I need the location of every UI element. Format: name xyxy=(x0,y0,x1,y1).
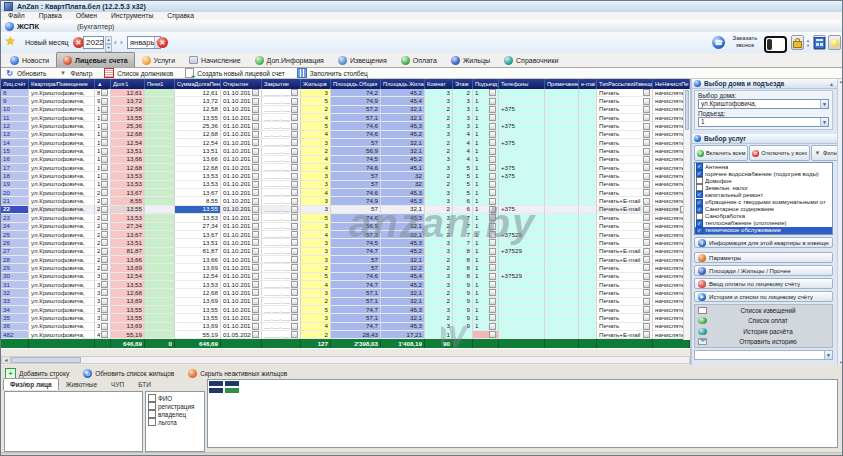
history-filter-select[interactable]: ▼ xyxy=(694,350,833,360)
column-header-open[interactable]: Открытие xyxy=(221,79,262,89)
dropdown-icon[interactable] xyxy=(101,314,108,321)
service-item[interactable]: техническое обслуживание xyxy=(695,227,832,234)
tab-accounts[interactable]: Лицевые счета xyxy=(56,52,134,67)
tab-payment[interactable]: Оплата xyxy=(394,52,444,67)
dropdown-icon[interactable] xyxy=(643,156,650,163)
tips-button[interactable] xyxy=(828,35,841,50)
toolbar-button-create[interactable]: Создать новый лицевой счет xyxy=(185,68,284,78)
link-payments-list[interactable]: Список оплат xyxy=(695,316,832,327)
dropdown-icon[interactable] xyxy=(252,331,259,338)
service-item[interactable]: Санитарное содержание xyxy=(695,206,832,213)
dropdown-icon[interactable] xyxy=(291,139,298,146)
dropdown-icon[interactable] xyxy=(489,323,496,330)
dropdown-icon[interactable] xyxy=(489,239,496,246)
dropdown-icon[interactable] xyxy=(489,173,496,180)
dropdown-icon[interactable] xyxy=(291,123,298,130)
table-row[interactable]: 33ул.Криштофовича,3313,6913,6901.10.2013… xyxy=(1,298,690,306)
tab-news[interactable]: Новости xyxy=(3,52,56,67)
chevron-down-icon[interactable]: ▼ xyxy=(820,118,828,126)
table-row[interactable]: 35ул.Криштофовича,3513,5513,5501.10.2013… xyxy=(1,314,690,322)
residents-refresh-residents-button[interactable]: Обновить список жильцов xyxy=(83,369,174,378)
dropdown-icon[interactable] xyxy=(252,231,259,238)
dropdown-icon[interactable] xyxy=(489,306,496,313)
dropdown-icon[interactable] xyxy=(489,298,496,305)
filter-checkbox-row[interactable]: регистрация xyxy=(148,402,204,410)
dropdown-icon[interactable] xyxy=(291,314,298,321)
panel-button-params[interactable]: Параметры xyxy=(694,252,833,263)
dropdown-icon[interactable] xyxy=(643,114,650,121)
dropdown-icon[interactable] xyxy=(101,273,108,280)
dropdown-icon[interactable] xyxy=(643,306,650,313)
dropdown-icon[interactable] xyxy=(643,256,650,263)
table-row[interactable]: 27ул.Криштофовича,2781,8781,8701.10.2013… xyxy=(1,248,690,256)
column-header-people[interactable]: Жильцов xyxy=(301,79,331,89)
house-section-header[interactable]: Выбор дома и подъезда ▲ xyxy=(692,79,837,89)
dropdown-icon[interactable] xyxy=(489,214,496,221)
tab-refs[interactable]: Справочники xyxy=(497,52,565,67)
dropdown-icon[interactable] xyxy=(101,106,108,113)
cancel-month-icon[interactable]: ✕ xyxy=(157,37,168,48)
lock-button[interactable] xyxy=(791,35,804,50)
dropdown-icon[interactable] xyxy=(101,281,108,288)
dropdown-icon[interactable] xyxy=(489,181,496,188)
services-check-all-button[interactable]: ✓Включить всем xyxy=(694,145,748,161)
table-row[interactable]: 29ул.Криштофовича,2913,6913,6901.10.2013… xyxy=(1,264,690,272)
dropdown-icon[interactable] xyxy=(101,306,108,313)
dropdown-icon[interactable] xyxy=(101,181,108,188)
column-header-email[interactable]: e-mai xyxy=(579,79,597,89)
table-vertical-scrollbar[interactable] xyxy=(683,89,690,340)
dropdown-icon[interactable] xyxy=(643,89,650,96)
dropdown-icon[interactable] xyxy=(252,264,259,271)
dropdown-icon[interactable] xyxy=(643,273,650,280)
service-checkbox[interactable] xyxy=(696,220,703,227)
dropdown-icon[interactable] xyxy=(489,314,496,321)
dropdown-icon[interactable] xyxy=(291,198,298,205)
dropdown-icon[interactable] xyxy=(101,98,108,105)
tab-notices[interactable]: Извещения xyxy=(331,52,394,67)
dropdown-icon[interactable] xyxy=(489,148,496,155)
table-row[interactable]: 28ул.Криштофовича,2813,6613,6601.10.2013… xyxy=(1,256,690,264)
dropdown-icon[interactable] xyxy=(291,298,298,305)
dropdown-icon[interactable] xyxy=(101,198,108,205)
dropdown-icon[interactable] xyxy=(291,239,298,246)
dropdown-icon[interactable] xyxy=(643,206,650,213)
dropdown-icon[interactable] xyxy=(252,223,259,230)
dropdown-icon[interactable] xyxy=(291,281,298,288)
dropdown-icon[interactable] xyxy=(643,248,650,255)
dropdown-icon[interactable] xyxy=(252,181,259,188)
chevron-down-icon[interactable]: ▼ xyxy=(824,351,832,359)
dropdown-icon[interactable] xyxy=(291,331,298,338)
dropdown-icon[interactable] xyxy=(291,248,298,255)
dropdown-icon[interactable] xyxy=(643,139,650,146)
tab-accrual[interactable]: Начисление xyxy=(182,52,248,67)
dropdown-icon[interactable] xyxy=(291,164,298,171)
dropdown-icon[interactable] xyxy=(252,289,259,296)
dropdown-icon[interactable] xyxy=(252,123,259,130)
service-item[interactable]: капитальный ремонт xyxy=(695,191,832,198)
dropdown-icon[interactable] xyxy=(252,89,259,96)
menu-item[interactable]: Справка xyxy=(160,12,201,20)
dropdown-icon[interactable] xyxy=(643,214,650,221)
dropdown-icon[interactable] xyxy=(291,206,298,213)
dropdown-icon[interactable] xyxy=(489,123,496,130)
panel-scrollbar[interactable]: ▲▼ xyxy=(837,79,843,365)
service-item[interactable]: Антенна xyxy=(695,163,832,170)
toolbar-button-debtors[interactable]: Список должников xyxy=(104,68,173,78)
table-row[interactable]: 16ул.Криштофовича,1613,6613,6601.10.2013… xyxy=(1,156,690,164)
dropdown-icon[interactable] xyxy=(252,173,259,180)
table-row[interactable]: 36ул.Криштофовича,3613,6913,6901.10.2013… xyxy=(1,323,690,331)
chevron-down-icon[interactable]: ▼ xyxy=(820,100,828,108)
table-horizontal-scrollbar[interactable]: ◄ xyxy=(1,356,690,364)
tab-services[interactable]: Услуги xyxy=(135,52,183,67)
residents-add-row-button[interactable]: Добавить строку xyxy=(5,368,69,379)
service-checkbox[interactable] xyxy=(696,227,703,234)
dropdown-icon[interactable] xyxy=(252,139,259,146)
dropdown-icon[interactable] xyxy=(489,131,496,138)
table-row[interactable]: 482ул.Криштофовича,4855,1955,1901.05.202… xyxy=(1,331,690,339)
column-header-acct[interactable]: Лиц.счёт xyxy=(1,79,29,89)
dropdown-icon[interactable] xyxy=(291,256,298,263)
dropdown-icon[interactable] xyxy=(291,289,298,296)
service-item[interactable]: теплоснабжение (отопление) xyxy=(695,220,832,227)
dropdown-icon[interactable] xyxy=(101,323,108,330)
dropdown-icon[interactable] xyxy=(291,106,298,113)
